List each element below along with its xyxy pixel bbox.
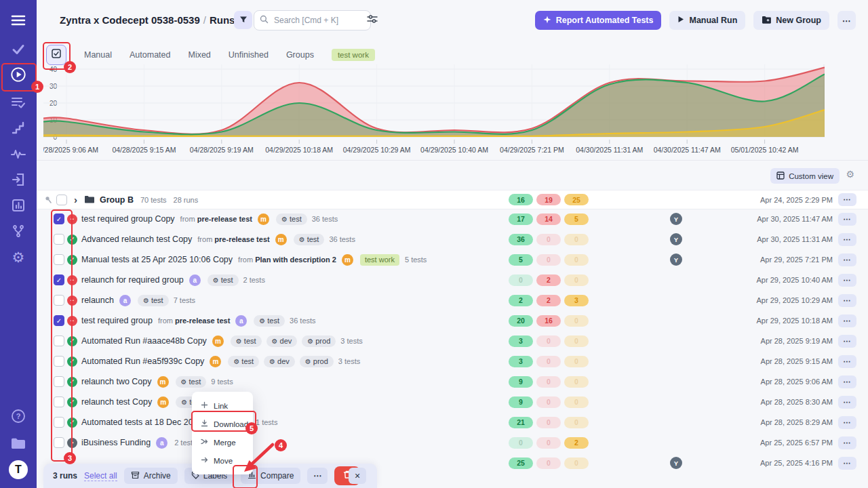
- group-more-button[interactable]: ⋯: [838, 193, 856, 206]
- search-input[interactable]: [273, 15, 350, 26]
- chevron-right-icon[interactable]: ›: [74, 195, 77, 205]
- menu-item-label: Link: [214, 402, 228, 410]
- x-tick-label: 04/30/2025 11:31 AM: [576, 146, 643, 154]
- row-checkbox[interactable]: ✓: [54, 214, 64, 224]
- row-checkbox[interactable]: [54, 417, 64, 428]
- new-group-button[interactable]: New Group: [753, 11, 829, 30]
- manual-run-button[interactable]: Manual Run: [669, 11, 745, 30]
- checkmark-icon[interactable]: [10, 41, 26, 58]
- hamburger-menu-icon[interactable]: [10, 12, 26, 28]
- row-checkbox[interactable]: [54, 254, 64, 265]
- row-more-button[interactable]: ⋯: [838, 416, 856, 429]
- table-row[interactable]: ✓Automated tests at 18 Dec 2024 121 test…: [37, 412, 868, 432]
- table-row[interactable]: ✓Advanced relaunch test Copyfrom pre-rel…: [37, 229, 868, 249]
- menu-item-download[interactable]: Download: [192, 415, 253, 433]
- runs-icon[interactable]: [10, 66, 26, 83]
- row-more-button[interactable]: ⋯: [838, 233, 856, 246]
- run-name[interactable]: Manual tests at 25 Apr 2025 10:06 Copy: [81, 255, 233, 264]
- table-row[interactable]: −relauncha⚙test7 tests223Apr 29, 2025 10…: [37, 290, 868, 310]
- group-name[interactable]: Group B: [100, 195, 134, 205]
- row-checkbox[interactable]: [54, 396, 64, 407]
- activity-icon[interactable]: [10, 146, 26, 162]
- row-more-button[interactable]: ⋯: [838, 213, 856, 226]
- row-checkbox[interactable]: [54, 336, 64, 346]
- row-more-button[interactable]: ⋯: [838, 253, 856, 266]
- filter-button[interactable]: [234, 11, 252, 29]
- row-more-button[interactable]: ⋯: [838, 314, 856, 327]
- close-selection-button[interactable]: ×: [349, 468, 366, 484]
- row-checkbox[interactable]: [54, 295, 64, 306]
- run-name[interactable]: relaunch test Copy: [81, 397, 152, 407]
- group-checkbox[interactable]: [56, 195, 67, 205]
- table-row[interactable]: ▪iBusiness Fundinga2 tests002Apr 25, 202…: [37, 432, 868, 453]
- run-name[interactable]: relaunch two Copy: [81, 377, 152, 386]
- table-row[interactable]: ✓Automated Run #aaace48b Copym⚙test⚙dev⚙…: [37, 331, 868, 351]
- table-row[interactable]: ✓relaunch test Copym⚙test900Apr 28, 2025…: [37, 392, 868, 412]
- status-passed-icon: ✓: [67, 235, 77, 245]
- archive-button[interactable]: Archive: [124, 468, 178, 484]
- row-more-button[interactable]: ⋯: [838, 436, 856, 449]
- run-name[interactable]: test required group Copy: [81, 214, 175, 224]
- row-more-button[interactable]: ⋯: [838, 355, 856, 368]
- table-row[interactable]: ✓Automated Run #ea5f939c Copym⚙test⚙dev⚙…: [37, 351, 868, 371]
- table-row[interactable]: ✓relaunch two Copym⚙test9 tests900Apr 28…: [37, 371, 868, 392]
- tab-groups[interactable]: Groups: [286, 50, 314, 60]
- row-checkbox[interactable]: [54, 356, 64, 367]
- status-failed-icon: −: [67, 214, 77, 224]
- other-count: 25: [564, 194, 589, 205]
- row-more-button[interactable]: ⋯: [838, 294, 856, 307]
- header-more-button[interactable]: ⋯: [837, 11, 856, 30]
- row-more-button[interactable]: ⋯: [838, 274, 856, 287]
- view-settings-gear-icon[interactable]: ⚙: [846, 169, 854, 180]
- run-name[interactable]: relaunch for required group: [81, 275, 184, 285]
- search-box[interactable]: [254, 10, 371, 30]
- row-checkbox[interactable]: ✓: [54, 274, 64, 285]
- test-cases-icon[interactable]: [10, 94, 26, 110]
- help-icon[interactable]: ?: [10, 408, 26, 424]
- row-checkbox[interactable]: [54, 437, 64, 448]
- status-passed-icon: ✓: [67, 357, 77, 367]
- run-name[interactable]: relaunch: [81, 296, 114, 305]
- tab-manual[interactable]: Manual: [84, 50, 112, 60]
- run-name[interactable]: Advanced relaunch test Copy: [81, 235, 192, 244]
- filter-settings-icon[interactable]: [367, 14, 378, 26]
- projects-folder-icon[interactable]: [10, 435, 26, 451]
- selection-more-button[interactable]: ⋯: [307, 468, 328, 484]
- integrations-icon[interactable]: [10, 223, 26, 239]
- workspace-logo[interactable]: T: [9, 460, 28, 479]
- custom-view-button[interactable]: Custom view: [770, 168, 840, 184]
- row-checkbox[interactable]: [54, 234, 64, 245]
- row-more-button[interactable]: ⋯: [838, 457, 856, 470]
- row-checkbox[interactable]: [54, 376, 64, 387]
- tab-automated[interactable]: Automated: [130, 50, 170, 60]
- menu-item-link[interactable]: Link: [192, 396, 253, 415]
- sign-in-icon[interactable]: [10, 171, 26, 188]
- row-more-button[interactable]: ⋯: [838, 375, 856, 388]
- tab-tag-test-work[interactable]: test work: [332, 49, 375, 61]
- select-mode-button[interactable]: [46, 45, 66, 65]
- tab-mixed[interactable]: Mixed: [188, 50, 210, 60]
- breadcrumb-project[interactable]: Zyntra x Codecept 0538-0539: [60, 14, 200, 26]
- report-automated-tests-button[interactable]: Report Automated Tests: [535, 11, 662, 30]
- header-actions: Report Automated Tests Manual Run New Gr…: [535, 11, 856, 30]
- run-name[interactable]: test required group: [81, 316, 153, 325]
- row-more-button[interactable]: ⋯: [838, 396, 856, 409]
- milestones-icon[interactable]: [10, 120, 26, 136]
- table-row[interactable]: ✓−relaunch for required groupa⚙test2 tes…: [37, 270, 868, 290]
- table-row[interactable]: ✓−test required group Copyfrom pre-relea…: [37, 209, 868, 229]
- run-name[interactable]: iBusiness Funding: [81, 438, 151, 447]
- group-row[interactable]: › Group B 70 tests 28 runs 16 19 25 Apr …: [37, 190, 868, 209]
- table-row[interactable]: ✓Manual tests at 25 Apr 2025 10:06 Copyf…: [37, 249, 868, 270]
- row-checkbox[interactable]: ✓: [54, 315, 64, 326]
- run-name[interactable]: Automated Run #aaace48b Copy: [81, 336, 207, 346]
- run-name[interactable]: Automated Run #ea5f939c Copy: [81, 357, 204, 366]
- search-icon: [260, 14, 269, 26]
- table-row[interactable]: ✓−test required groupfrom pre-release te…: [37, 310, 868, 331]
- tab-unfinished[interactable]: Unfinished: [229, 50, 269, 60]
- settings-gear-icon[interactable]: ⚙: [10, 249, 26, 266]
- reports-icon[interactable]: [10, 197, 26, 214]
- row-more-button[interactable]: ⋯: [838, 335, 856, 348]
- other-count: 0: [564, 274, 589, 286]
- run-type-badge: m: [212, 336, 224, 347]
- select-all-link[interactable]: Select all: [84, 471, 117, 481]
